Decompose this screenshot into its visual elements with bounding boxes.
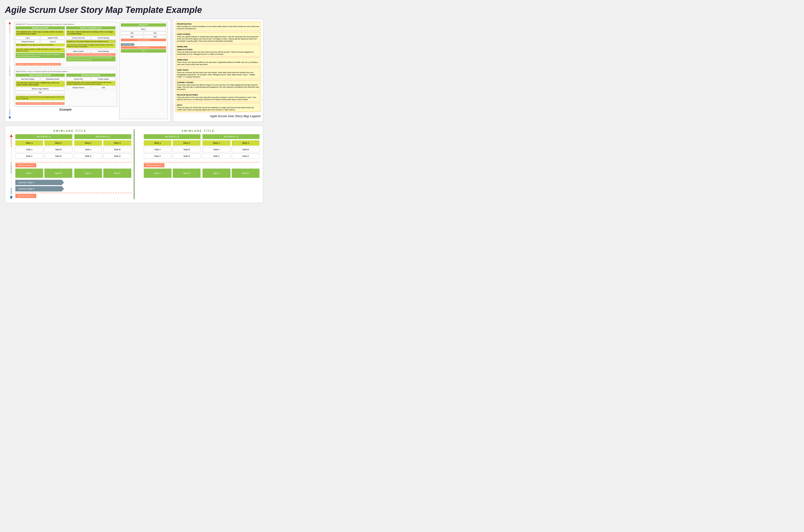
activity-manage-account: MANAGE ACCOUNT xyxy=(16,26,65,30)
activity-view-history: VIEW CHARGING HISTORY xyxy=(16,74,65,77)
task-sm-1: Task xyxy=(121,32,143,35)
milestone-q2: Q2 Release: Introduction of the new Char… xyxy=(66,53,115,56)
milestone-q1: Q1 Release: Launch of the updated Accoun… xyxy=(16,63,61,65)
legend-text-epics: These are large user stories that cannot… xyxy=(177,107,259,111)
story-2-act4: Story 2 xyxy=(232,140,260,146)
milestone-sm-2: Release Milestone xyxy=(121,46,166,49)
milestone-sm: Release Milestone xyxy=(121,39,166,41)
bottom-section: SWIMLANE TITLE HIGHER PRIORITY LOWER xyxy=(5,126,263,203)
swimlane-1: SWIMLANE TITLE HIGHER PRIORITY LOWER xyxy=(8,129,131,199)
legend-journey-stages: JOURNEY STAGES Some story maps include t… xyxy=(176,80,260,92)
task-review-stats: Review Usage Statistics xyxy=(16,87,65,90)
story-frequent-user: "As a frequent user, I want to view my p… xyxy=(16,96,65,100)
task-b-act2: Task B xyxy=(103,147,131,152)
task-select-location: Select Location xyxy=(66,50,91,53)
story-1-small: Story 1 xyxy=(121,27,166,31)
story-update-profile: "As a user, I want to update my profile … xyxy=(16,48,65,52)
higher-label: HIGHER xyxy=(9,24,11,33)
legend-text-user-tasks: These are sub-tasks that fall under each… xyxy=(177,71,259,78)
activity-receive-assistance: RECEIVE ASSISTANCE xyxy=(66,74,115,77)
task-assist-task: Task xyxy=(91,86,116,89)
task-choose-time: Choose Time Slot xyxy=(66,36,91,39)
legend-release-milestones: RELEASE MILESTONES These are points on t… xyxy=(176,93,260,102)
legend-title-swimlanes: SWIMLANES xyxy=(177,59,259,61)
story-regular-user: Regular User: User books charging slots … xyxy=(66,40,115,43)
task-c-act3: Task C xyxy=(144,153,171,159)
task-c-act1: Task C xyxy=(15,153,43,159)
legend-title-epics: EPICS xyxy=(177,104,259,107)
activity-1-group: ACTIVITY 1 Story 1 Story 2 Task A Task B xyxy=(15,134,72,160)
legend-swimlanes-text: SWIMLANES These "lanes" can represent di… xyxy=(176,57,260,67)
task-login: Log In xyxy=(16,36,40,39)
legend-title-prioritization: PRIORITIZATION xyxy=(177,23,259,25)
task-web-task: Task xyxy=(16,91,65,94)
task-d-act1: Task D xyxy=(44,153,72,159)
swimlane-2-title: SWIMLANE TITLE xyxy=(137,129,260,132)
milestone-q3: Q3 Release: Enhanced Charging History fu… xyxy=(16,102,64,105)
lower-label: LOWER xyxy=(9,109,11,117)
task-b-act1: Task B xyxy=(44,147,72,152)
task-b-act4: Task B xyxy=(232,147,260,152)
task-request-service: Request Service xyxy=(66,86,91,89)
story-initial-engagement: Initial Engagement: User signs up and le… xyxy=(16,44,65,46)
task-d-act2: Task D xyxy=(103,153,131,159)
story-2-act2: Story 2 xyxy=(103,140,131,146)
dashed-line-3 xyxy=(16,95,65,95)
task-a-act2: Task A xyxy=(74,147,102,152)
activity-2-small: ACTIVITY 2 xyxy=(121,23,166,26)
epic-a-2: Epic A xyxy=(74,169,102,178)
arrow-down-bottom-1 xyxy=(10,196,13,199)
task-d-act4: Task D xyxy=(232,153,260,159)
epic-a-1: Epic A xyxy=(15,169,43,178)
epic-b-2: Epic B xyxy=(103,169,131,178)
legend-swimlanes: SWIMLANE USER ACTIVITIES These are high-… xyxy=(176,44,260,57)
story-1-act3: Story 1 xyxy=(144,140,171,146)
task-c-act2: Task C xyxy=(74,153,102,159)
arrow-up-icon xyxy=(8,22,11,24)
story-1-act4: Story 1 xyxy=(203,140,230,146)
task-a-act3: Task A xyxy=(144,147,171,152)
legend-title: Agile Scrum User Story Map Legend xyxy=(176,114,260,118)
task-sm-2: Task xyxy=(144,32,166,35)
task-change-pwd: Change Password xyxy=(16,40,40,43)
web-label: WEB PORTAL: Focus on features specific t… xyxy=(16,71,115,72)
activity-3-header: ACTIVITY 3 xyxy=(144,134,201,139)
epic-a-sw2-1: Epic A xyxy=(144,169,171,178)
journey-stage-b: Journey Stage B xyxy=(15,186,64,191)
legend-user-stories: USER STORIES These are specific features… xyxy=(176,32,260,43)
legend-prioritization: PRIORITIZATION Often included as a verti… xyxy=(176,22,260,31)
higher-bottom-1: HIGHER xyxy=(11,138,12,147)
priority-dash-1 xyxy=(11,147,12,161)
page-title: Agile Scrum User Story Map Template Exam… xyxy=(5,5,263,15)
task-contact-support: Contact Support xyxy=(91,77,116,81)
task-sm-4: Task xyxy=(144,35,166,38)
epic-b-sw2-1: Epic B xyxy=(173,169,201,178)
legend-title-user-activities: USER ACTIVITIES xyxy=(177,49,259,51)
priority-label: PRIORITY xyxy=(9,65,11,76)
release-milestone-bottom-2: Release Milestone xyxy=(15,194,36,198)
journey-stage-sm: Journey Stage A xyxy=(121,43,134,46)
priority-bottom-1: PRIORITY xyxy=(11,162,12,173)
legend-epics: EPICS These are large user stories that … xyxy=(176,103,260,112)
legend-text-milestones: These are points on the user story map w… xyxy=(177,96,259,101)
epic-b-1: Epic B xyxy=(44,169,72,178)
legend-text-user-stories: These are specific features or requireme… xyxy=(177,36,259,42)
legend-title-user-stories: USER STORIES xyxy=(177,33,259,36)
epic-a-sw2-2: Epic A xyxy=(203,169,230,178)
example-panel: HIGHER PRIORITY LOWER MOBILE APP: Focus … xyxy=(5,19,171,122)
story-1-act1: Story 1 xyxy=(15,140,43,146)
lower-bottom-1: LOWER xyxy=(11,188,12,196)
activity-4-group: ACTIVITY 4 Story 1 Story 2 Task A Task B… xyxy=(203,134,260,160)
task-update: Update Profile xyxy=(41,36,65,39)
legend-panel: PRIORITIZATION Often included as a verti… xyxy=(173,19,263,122)
task-b-act3: Task B xyxy=(173,147,201,152)
legend-text-prioritization: Often included as a vertical orientation… xyxy=(177,25,259,30)
epic-b-sw2-2: Epic B xyxy=(232,169,260,178)
release-milestone-bottom-1: Release Milestone xyxy=(15,163,36,167)
story-ev-user: "As an EV user, I want to select a charg… xyxy=(66,44,115,48)
task-logout: Log Out xyxy=(41,40,65,43)
activity-2-header: ACTIVITY 2 xyxy=(74,134,131,139)
legend-text-journey: Some story maps include the different st… xyxy=(177,84,259,90)
activity-book-slot: BOOK A CHARGING SLOT xyxy=(66,26,115,30)
legend-text-user-activities: These are high-level tasks that users ne… xyxy=(177,51,259,55)
